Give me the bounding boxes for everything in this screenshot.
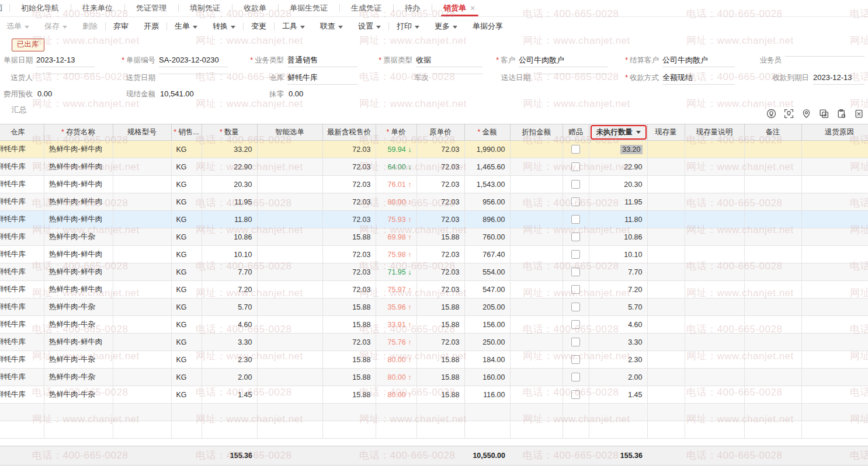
cell-smart[interactable] [257,299,322,316]
cell-unexec[interactable]: 1.45 [589,386,647,404]
cell-empty[interactable] [257,404,322,421]
cell-warehouse[interactable]: 鲜牦牛库 [0,141,44,158]
cell-note[interactable] [744,263,801,281]
col-discount-header[interactable]: 折扣金额 [510,124,563,141]
cell-stock_note[interactable] [685,386,744,404]
cell-empty[interactable] [510,421,563,439]
col-qty-header[interactable]: *数量 [202,124,257,141]
toolbar-开票-button[interactable]: 开票 [136,21,166,32]
cell-stock[interactable] [647,141,685,158]
cell-qty[interactable]: 1.45 [202,386,257,404]
cell-item[interactable]: 热鲜牛肉-牛杂 [44,299,113,316]
cell-unexec[interactable]: 2.00 [589,369,647,386]
gift-checkbox[interactable] [571,232,580,241]
cell-unit[interactable]: KG [171,246,202,263]
cell-spec[interactable] [113,263,171,281]
cell-note[interactable] [744,158,801,176]
cell-return_reason[interactable] [801,193,868,211]
cell-empty[interactable] [322,404,376,421]
col-spec-header[interactable]: 规格型号 [113,124,171,141]
cell-empty[interactable] [685,421,744,439]
cell-empty[interactable] [376,404,416,421]
cell-orig[interactable]: 72.03 [416,158,464,176]
cell-qty[interactable]: 7.20 [202,281,257,299]
cell-discount[interactable] [510,369,563,386]
cell-item[interactable]: 热鲜牛肉-鲜牛肉 [44,263,113,281]
cell-item[interactable]: 热鲜牛肉-鲜牛肉 [44,211,113,228]
cell-price[interactable]: 80.00 ↑ [376,369,416,386]
cell-amount[interactable]: 554.00 [464,263,510,281]
cell-empty[interactable] [685,404,744,421]
cell-gift[interactable] [563,158,589,176]
cell-amount[interactable]: 547.00 [464,281,510,299]
cell-empty[interactable] [563,404,589,421]
cell-note[interactable] [744,228,801,246]
tab-item-2[interactable]: 凭证管理 [124,0,178,16]
col-smart-header[interactable]: 智能选单 [257,124,322,141]
cell-note[interactable] [744,193,801,211]
cell-empty[interactable] [563,421,589,439]
cell-smart[interactable] [257,193,322,211]
cell-gift[interactable] [563,263,589,281]
cell-gift[interactable] [563,386,589,404]
cell-stock_note[interactable] [685,158,744,176]
cell-orig[interactable]: 15.88 [416,386,464,404]
cell-empty[interactable] [0,421,44,439]
cell-latest[interactable]: 72.03 [322,281,376,299]
cell-empty[interactable] [257,421,322,439]
cell-stock[interactable] [647,386,685,404]
cell-warehouse[interactable]: 鲜牦牛库 [0,228,44,246]
cell-stock_note[interactable] [685,281,744,299]
cell-smart[interactable] [257,141,322,158]
cell-unit[interactable]: KG [171,228,202,246]
cell-orig[interactable]: 72.03 [416,141,464,158]
cell-warehouse[interactable]: 鲜牦牛库 [0,158,44,176]
cell-empty[interactable] [202,404,257,421]
tab-item-0[interactable]: 初始化导航 [9,0,71,16]
cell-gift[interactable] [563,316,589,334]
cell-item[interactable]: 热鲜牛肉-鲜牛肉 [44,158,113,176]
cell-stock_note[interactable] [685,246,744,263]
cell-amount[interactable]: 250.00 [464,334,510,351]
cell-return_reason[interactable] [801,211,868,228]
cell-unexec[interactable]: 4.60 [589,316,647,334]
toolbar-单据分享-button[interactable]: 单据分享 [465,21,511,32]
cell-price[interactable]: 75.93 ↑ [376,211,416,228]
tab-item-4[interactable]: 收款单 [232,0,278,16]
cell-qty[interactable]: 5.70 [202,299,257,316]
cell-warehouse[interactable]: 鲜牦牛库 [0,299,44,316]
toolbar-删除-button[interactable]: 删除 [75,21,105,32]
cell-unexec[interactable]: 11.80 [589,211,647,228]
cell-smart[interactable] [257,351,322,369]
toolbar-打印-button[interactable]: 打印 [389,21,427,32]
cell-item[interactable]: 热鲜牛肉-鲜牛肉 [44,281,113,299]
cell-stock_note[interactable] [685,176,744,193]
cell-orig[interactable]: 72.03 [416,193,464,211]
cell-stock[interactable] [647,334,685,351]
cell-stock_note[interactable] [685,316,744,334]
col-orig-header[interactable]: 原单价 [416,124,464,141]
toolbar-更多-button[interactable]: 更多 [427,21,465,32]
cell-smart[interactable] [257,228,322,246]
cell-warehouse[interactable]: 鲜牦牛库 [0,351,44,369]
cell-amount[interactable]: 767.40 [464,246,510,263]
cell-price[interactable]: 80.00 ↑ [376,193,416,211]
cell-discount[interactable] [510,246,563,263]
cell-note[interactable] [744,351,801,369]
cell-latest[interactable]: 72.03 [322,193,376,211]
cell-empty[interactable] [416,404,464,421]
cell-gift[interactable] [563,369,589,386]
gift-checkbox[interactable] [571,338,580,346]
cell-smart[interactable] [257,281,322,299]
cell-gift[interactable] [563,141,589,158]
cell-orig[interactable]: 72.03 [416,176,464,193]
cell-smart[interactable] [257,316,322,334]
cell-empty[interactable] [113,421,171,439]
cell-unexec[interactable]: 33.20 [589,141,647,158]
cell-return_reason[interactable] [801,228,868,246]
cell-discount[interactable] [510,334,563,351]
cell-item[interactable]: 热鲜牛肉-鲜牛肉 [44,193,113,211]
cell-note[interactable] [744,246,801,263]
cell-latest[interactable]: 15.88 [322,369,376,386]
tab-item-7[interactable]: 待办 [393,0,432,16]
